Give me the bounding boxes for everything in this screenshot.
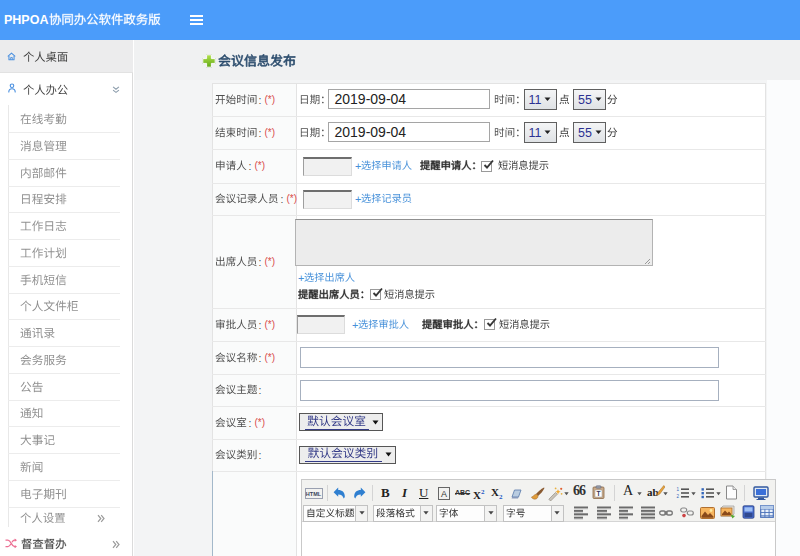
svg-text:T: T xyxy=(597,490,601,497)
svg-text:1: 1 xyxy=(677,487,680,492)
svg-text:2: 2 xyxy=(677,494,680,499)
